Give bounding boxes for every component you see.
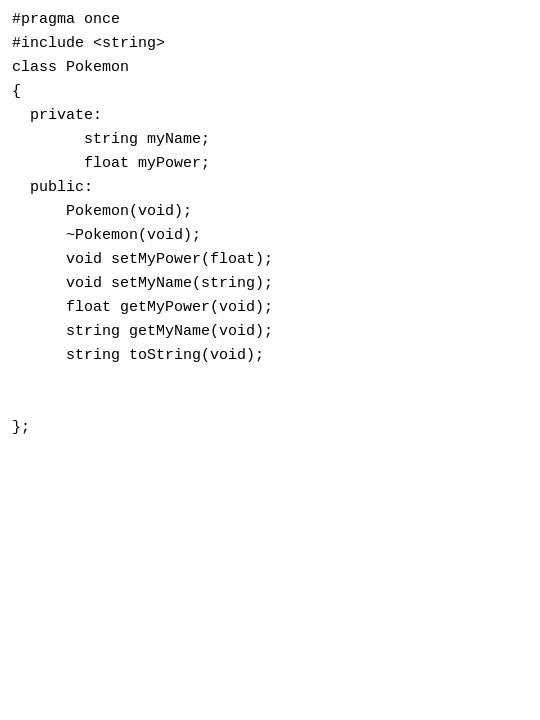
code-line: float getMyPower(void); — [12, 296, 528, 320]
code-line — [12, 368, 528, 392]
code-line: string toString(void); — [12, 344, 528, 368]
code-line: void setMyPower(float); — [12, 248, 528, 272]
code-line: private: — [12, 104, 528, 128]
code-line: float myPower; — [12, 152, 528, 176]
code-line: #pragma once — [12, 8, 528, 32]
code-line: string getMyName(void); — [12, 320, 528, 344]
code-line: class Pokemon — [12, 56, 528, 80]
code-line: #include <string> — [12, 32, 528, 56]
code-line: { — [12, 80, 528, 104]
code-line — [12, 392, 528, 416]
code-line: string myName; — [12, 128, 528, 152]
code-line: Pokemon(void); — [12, 200, 528, 224]
code-line: ~Pokemon(void); — [12, 224, 528, 248]
code-line: public: — [12, 176, 528, 200]
code-block: #pragma once#include <string>class Pokem… — [0, 0, 540, 448]
code-line: void setMyName(string); — [12, 272, 528, 296]
code-line: }; — [12, 416, 528, 440]
